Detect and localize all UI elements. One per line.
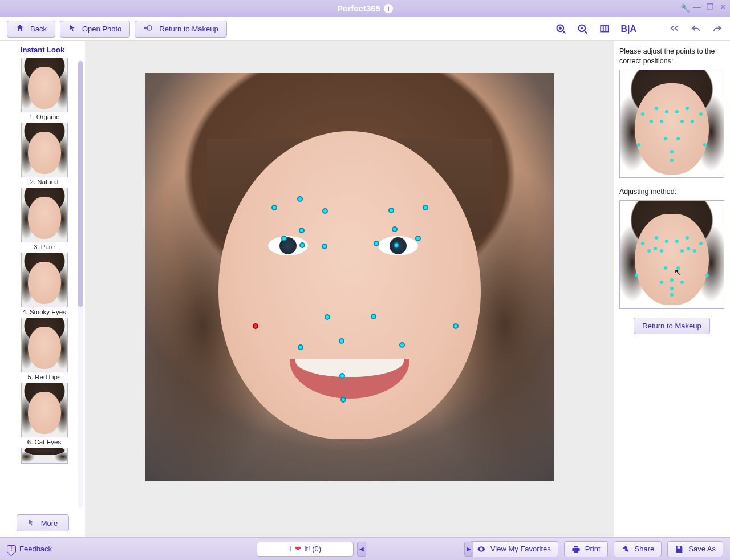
ref-keypoint [670,293,674,297]
open-photo-label: Open Photo [82,25,121,33]
info-icon[interactable]: i [384,4,393,13]
look-label: 5. Red Lips [13,374,76,380]
undo-all-icon[interactable] [668,24,680,34]
undo-icon[interactable] [690,24,701,34]
settings-wrench-icon[interactable]: 🔧 [680,3,690,13]
ref-keypoint [670,150,674,153]
keypoint-right-brow-inner[interactable] [388,208,394,213]
look-thumb [21,253,68,307]
love-next-button[interactable]: ▶ [464,542,473,557]
keypoint-left-brow-inner[interactable] [322,208,328,214]
ref-keypoint [664,266,667,270]
ref-keypoint [641,242,644,245]
look-label: 6. Cat Eyes [13,439,76,445]
look-item-1[interactable]: 1. Organic [13,58,76,120]
feedback-button[interactable]: ! Feedback [7,545,52,553]
keypoint-nose-right[interactable] [371,314,376,319]
keypoint-mouth-bottom[interactable] [340,397,346,403]
look-item-5[interactable]: 5. Red Lips [13,318,76,380]
sidebar-scrollbar[interactable] [78,61,83,508]
keypoint-left-eye-inner[interactable] [322,244,327,249]
zoom-in-icon[interactable] [555,23,567,35]
keypoint-left-eye-top[interactable] [299,228,305,233]
open-photo-button[interactable]: Open Photo [60,21,130,38]
keypoint-mouth-left[interactable] [298,344,303,350]
keypoint-cheek-left[interactable] [253,323,258,329]
heart-icon: ❤ [295,545,301,553]
keypoint-right-eye-center[interactable] [394,242,399,248]
more-button[interactable]: More [17,514,69,531]
ref-keypoint [686,107,689,110]
ref-keypoint [655,236,658,240]
keypoint-left-eye-center[interactable] [299,242,305,248]
sidebar: Instant Look 1. Organic2. Natural3. Pure… [0,41,86,537]
look-thumb [21,383,68,437]
ref-keypoint [686,236,689,240]
ref-keypoint [654,247,657,250]
more-label: More [41,519,58,527]
look-thumb [21,188,68,242]
keypoint-mouth-top[interactable] [339,338,344,344]
maximize-button[interactable]: ❐ [707,2,714,11]
keypoint-left-eye-outer[interactable] [281,236,287,241]
keypoint-mouth-right[interactable] [399,342,405,348]
look-item-2[interactable]: 2. Natural [13,123,76,185]
look-item-partial[interactable] [13,448,76,464]
redo-icon[interactable] [712,24,723,34]
look-item-4[interactable]: 4. Smoky Eyes [13,253,76,315]
love-it-button[interactable]: I ❤ it! (0) [257,542,354,557]
ref-keypoint [670,278,674,282]
look-label: 4. Smoky Eyes [13,309,76,315]
look-label: 1. Organic [13,113,76,120]
share-button[interactable]: Share [614,541,662,557]
ref-keypoint [670,159,674,162]
ref-keypoint [647,249,651,253]
toolbar-right: B|A [555,23,723,35]
keypoint-mouth-mid[interactable] [339,373,345,379]
app-title: Perfect365 [337,3,380,13]
ref-keypoint [641,112,644,116]
return-to-makeup-button[interactable]: Return to Makeup [135,21,226,38]
return-to-makeup-side-button[interactable]: Return to Makeup [634,318,709,334]
keypoint-right-eye-inner[interactable] [374,241,379,246]
keypoint-left-brow-outer[interactable] [271,205,277,210]
ref-keypoint [680,120,684,123]
main-photo[interactable] [145,73,554,481]
ref-keypoint [691,120,694,123]
keypoint-right-eye-top[interactable] [392,226,398,232]
looks-list: 1. Organic2. Natural3. Pure4. Smoky Eyes… [0,58,76,511]
look-label: 2. Natural [13,178,76,185]
ref-keypoint [680,281,684,284]
love-prev-button[interactable]: ◀ [357,542,366,557]
toolbar: Back Open Photo Return to Makeup B|A [0,17,730,41]
look-item-3[interactable]: 3. Pure [13,188,76,250]
keypoint-right-eye-outer[interactable] [415,236,421,241]
more-arrow-icon [27,518,35,528]
svg-rect-3 [601,26,609,32]
back-button[interactable]: Back [7,21,55,38]
ref-keypoint [676,137,680,140]
keypoint-cheek-right[interactable] [453,323,459,329]
printer-icon [571,545,581,554]
look-thumb [21,123,68,177]
keypoint-left-brow-mid[interactable] [297,196,303,202]
return-to-makeup-side-label: Return to Makeup [642,322,701,330]
before-after-icon[interactable]: B|A [620,23,636,35]
save-icon [675,545,684,554]
keypoint-right-brow-outer[interactable] [423,205,428,210]
print-button[interactable]: Print [564,541,608,557]
method-label: Adjusting method: [619,187,724,197]
sidebar-title: Instant Look [0,41,85,58]
zoom-out-icon[interactable] [577,23,589,35]
return-to-makeup-label: Return to Makeup [159,25,218,33]
ref-keypoint [665,240,668,243]
minimize-button[interactable]: — [693,2,701,11]
face-return-icon [143,23,153,34]
look-item-6[interactable]: 6. Cat Eyes [13,383,76,445]
svg-point-0 [147,26,152,30]
close-button[interactable]: ✕ [720,2,727,11]
keypoint-nose-left[interactable] [325,314,330,320]
save-as-button[interactable]: Save As [667,541,723,557]
view-favorites-button[interactable]: View My Favorites [469,541,558,557]
fit-screen-icon[interactable] [599,23,610,35]
